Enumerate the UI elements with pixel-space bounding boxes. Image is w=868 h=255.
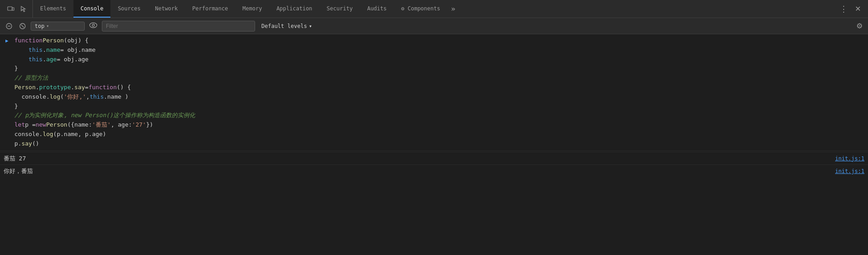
- tab-bar: Elements Console Sources Network Perform…: [0, 0, 868, 18]
- more-tabs-button[interactable]: »: [448, 5, 459, 13]
- tab-performance[interactable]: Performance: [185, 0, 235, 18]
- output-link-1[interactable]: init.js:1: [835, 154, 864, 164]
- code-line: console. log ( '你好,' , this .name ): [4, 92, 864, 102]
- tab-components[interactable]: ⚙ Components: [394, 0, 448, 18]
- code-line: let p = new Person ({name: '番茄' , age: '…: [4, 120, 864, 130]
- svg-point-6: [90, 23, 97, 27]
- output-text-1: 番茄 27: [4, 153, 26, 164]
- tab-bar-right: ⋮ ✕: [834, 2, 866, 16]
- log-level-selector[interactable]: Default levels ▾: [258, 23, 315, 29]
- devtools-menu-button[interactable]: ⋮: [838, 2, 850, 16]
- stop-button[interactable]: [17, 21, 28, 32]
- expand-arrow[interactable]: ▶: [5, 37, 12, 45]
- code-line: // p为实例化对象, new Person()这个操作称为构造函数的实例化: [4, 111, 864, 120]
- code-line: p. say (): [4, 139, 864, 149]
- console-settings-button[interactable]: ⚙: [854, 20, 864, 32]
- code-line: this . name = obj.name: [4, 46, 864, 55]
- context-dropdown-arrow: ▾: [46, 23, 49, 28]
- code-line: }: [4, 102, 864, 111]
- output-link-2[interactable]: init.js:1: [835, 167, 864, 177]
- clear-console-button[interactable]: [4, 21, 14, 32]
- svg-line-5: [21, 25, 24, 27]
- tab-security[interactable]: Security: [320, 0, 360, 18]
- code-block: ▶ function Person (obj) { this . name = …: [0, 36, 868, 151]
- tab-elements[interactable]: Elements: [33, 0, 73, 18]
- context-label: top: [35, 23, 45, 29]
- tab-application[interactable]: Application: [269, 0, 319, 18]
- svg-rect-0: [8, 7, 12, 10]
- tab-network[interactable]: Network: [148, 0, 185, 18]
- filter-input[interactable]: [102, 21, 255, 32]
- devtools-icons: [2, 0, 33, 18]
- console-toolbar: top ▾ Default levels ▾ ⚙: [0, 18, 868, 34]
- code-line: ▶ function Person (obj) {: [4, 36, 864, 46]
- tab-audits[interactable]: Audits: [360, 0, 394, 18]
- code-line: Person . prototype . say = function () {: [4, 83, 864, 92]
- code-line: // 原型方法: [4, 73, 864, 83]
- output-text-2: 你好，番茄: [4, 166, 33, 176]
- output-line-1: 番茄 27 init.js:1: [0, 152, 868, 165]
- code-line: }: [4, 64, 864, 73]
- console-content: ▶ function Person (obj) { this . name = …: [0, 34, 868, 255]
- live-expressions-button[interactable]: [87, 20, 99, 32]
- svg-rect-1: [12, 8, 14, 10]
- level-label: Default levels: [261, 23, 307, 29]
- select-element-button[interactable]: [18, 4, 29, 14]
- tab-memory[interactable]: Memory: [235, 0, 269, 18]
- code-line: this . age = obj.age: [4, 55, 864, 64]
- svg-point-7: [92, 24, 95, 26]
- code-line: console. log (p.name, p.age): [4, 130, 864, 139]
- tab-sources[interactable]: Sources: [110, 0, 148, 18]
- main-tabs: Elements Console Sources Network Perform…: [33, 0, 834, 18]
- level-dropdown-arrow: ▾: [309, 23, 312, 29]
- tab-console[interactable]: Console: [73, 0, 111, 18]
- close-devtools-button[interactable]: ✕: [853, 3, 863, 15]
- device-toggle-button[interactable]: [5, 4, 16, 14]
- context-selector[interactable]: top ▾: [31, 22, 85, 31]
- output-line-2: 你好，番茄 init.js:1: [0, 164, 868, 178]
